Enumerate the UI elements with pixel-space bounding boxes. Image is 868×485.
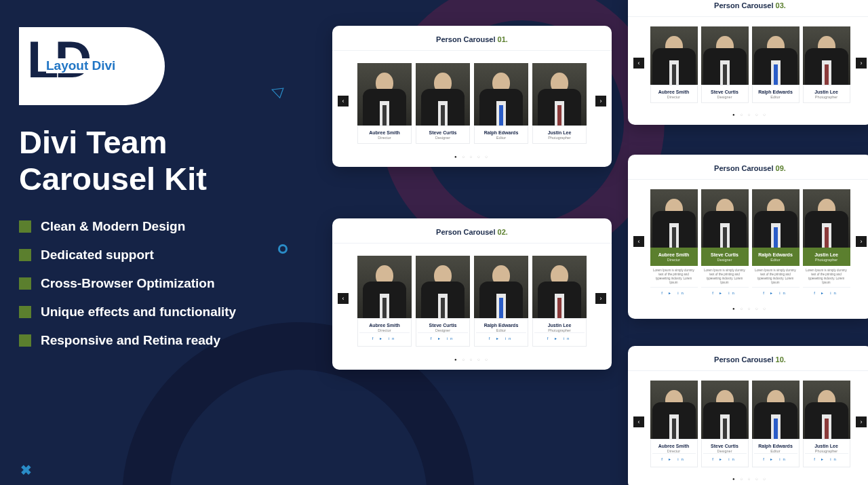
carousel-prev-button[interactable]: ‹ [338,96,349,106]
person-card[interactable]: Ralph EdwardsEditorLorem Ipsum is simply… [752,189,800,297]
person-desc: Lorem Ipsum is simply dummy text of the … [701,266,749,287]
person-card[interactable]: Steve CurtisDesignerf ▸ in [701,381,749,467]
person-name: Steve Curtis [703,444,747,448]
person-card[interactable]: Ralph EdwardsEditorf ▸ in [752,381,800,467]
person-name: Ralph Edwards [754,252,797,257]
person-name: Aubree Smith [652,90,696,94]
person-card[interactable]: Ralph EdwardsEditor [474,63,528,144]
person-card[interactable]: Justin LeePhotographer [532,63,587,144]
person-name: Steve Curtis [418,323,468,328]
person-card[interactable]: Aubree SmithDirectorLorem Ipsum is simpl… [650,189,698,297]
person-card[interactable]: Aubree SmithDirector [357,63,412,144]
social-icons[interactable]: f ▸ in [476,332,526,343]
social-icons[interactable]: f ▸ in [650,287,698,297]
person-role: Photographer [805,258,848,262]
person-card[interactable]: Justin LeePhotographer [803,26,850,103]
carousel-row: ‹ Aubree SmithDirector Steve CurtisDesig… [628,17,868,109]
carousel-prev-button[interactable]: ‹ [633,416,644,427]
carousel-next-button[interactable]: › [595,96,606,106]
carousel-row: ‹ Aubree SmithDirectorLorem Ipsum is sim… [628,180,868,303]
carousel-next-button[interactable]: › [856,58,867,69]
person-name: Steve Curtis [418,130,468,135]
person-name: Aubree Smith [359,130,410,135]
person-card[interactable]: Ralph EdwardsEditor [752,26,800,103]
logo: LD Layout Divi [19,27,165,105]
preview-carousel-01: Person Carousel 01. ‹ Aubree SmithDirect… [332,26,612,167]
person-name: Steve Curtis [703,252,747,257]
person-role: Photographer [534,136,585,140]
left-panel: LD Layout Divi Divi Team Carousel Kit Cl… [19,27,304,362]
social-icons[interactable]: f ▸ in [652,453,696,463]
person-desc: Lorem Ipsum is simply dummy text of the … [752,266,800,287]
social-icons[interactable]: f ▸ in [754,453,797,463]
carousel-dots[interactable]: ● ○ ○ ○ ○ [332,151,612,167]
person-role: Designer [703,258,747,262]
carousel-row: ‹ Aubree SmithDirectorf ▸ in Steve Curti… [628,371,868,473]
social-icons[interactable]: f ▸ in [359,332,410,343]
feature-item: Dedicated support [19,248,304,263]
preview-carousel-10: Person Carousel 10. ‹ Aubree SmithDirect… [628,346,868,485]
person-role: Editor [754,95,797,99]
x-decoration-icon: ✖ [20,462,32,478]
person-name: Ralph Edwards [754,444,797,448]
person-card[interactable]: Ralph EdwardsEditorf ▸ in [474,256,528,347]
person-role: Editor [476,136,526,140]
person-card[interactable]: Aubree SmithDirector [650,26,698,103]
preview-carousel-09: Person Carousel 09. ‹ Aubree SmithDirect… [628,155,868,319]
person-name: Justin Lee [805,90,848,94]
person-name: Aubree Smith [359,323,410,328]
person-card[interactable]: Steve CurtisDesignerf ▸ in [416,256,470,347]
person-desc: Lorem Ipsum is simply dummy text of the … [650,266,698,287]
preview-carousel-02: Person Carousel 02. ‹ Aubree SmithDirect… [332,218,612,370]
carousel-row: ‹ Aubree SmithDirectorf ▸ in Steve Curti… [332,244,612,353]
carousel-dots[interactable]: ● ○ ○ ○ ○ [628,473,868,485]
main-title: Divi Team Carousel Kit [19,124,304,197]
carousel-next-button[interactable]: › [595,293,606,304]
person-name: Ralph Edwards [476,323,526,328]
preview-title: Person Carousel 01. [332,26,612,51]
preview-carousel-03: Person Carousel 03. ‹ Aubree SmithDirect… [628,0,868,125]
person-role: Director [652,95,696,99]
person-role: Photographer [805,95,848,99]
social-icons[interactable]: f ▸ in [701,287,749,297]
person-card[interactable]: Aubree SmithDirectorf ▸ in [650,381,698,467]
social-icons[interactable]: f ▸ in [752,287,800,297]
social-icons[interactable]: f ▸ in [534,332,585,343]
person-name: Ralph Edwards [476,130,526,135]
carousel-next-button[interactable]: › [856,236,867,247]
preview-title: Person Carousel 09. [628,155,868,180]
carousel-prev-button[interactable]: ‹ [633,58,644,69]
carousel-row: ‹ Aubree SmithDirector Steve CurtisDesig… [332,51,612,151]
person-card[interactable]: Justin LeePhotographerLorem Ipsum is sim… [803,189,850,297]
person-card[interactable]: Steve CurtisDesigner [416,63,470,144]
feature-item: Responsive and Retina ready [19,333,304,348]
carousel-prev-button[interactable]: ‹ [633,236,644,247]
person-role: Editor [754,258,797,262]
person-name: Aubree Smith [652,252,696,257]
person-name: Justin Lee [805,444,848,448]
social-icons[interactable]: f ▸ in [418,332,468,343]
feature-item: Cross-Browser Optimization [19,276,304,291]
social-icons[interactable]: f ▸ in [805,453,848,463]
person-card[interactable]: Aubree SmithDirectorf ▸ in [357,256,412,347]
carousel-dots[interactable]: ● ○ ○ ○ ○ [628,303,868,319]
carousel-dots[interactable]: ● ○ ○ ○ ○ [332,353,612,370]
feature-item: Clean & Modern Design [19,219,304,234]
person-card[interactable]: Steve CurtisDesigner [701,26,749,103]
social-icons[interactable]: f ▸ in [803,287,850,297]
carousel-dots[interactable]: ● ○ ○ ○ ○ [628,109,868,125]
preview-title: Person Carousel 03. [628,0,868,17]
person-name: Justin Lee [805,252,848,257]
feature-list: Clean & Modern Design Dedicated support … [19,219,304,348]
person-card[interactable]: Justin LeePhotographerf ▸ in [803,381,850,467]
person-name: Ralph Edwards [754,90,797,94]
person-name: Steve Curtis [703,90,747,94]
carousel-prev-button[interactable]: ‹ [338,293,349,304]
title-line-1: Divi Team [19,124,167,160]
person-card[interactable]: Justin LeePhotographerf ▸ in [532,256,587,347]
feature-item: Unique effects and functionality [19,305,304,319]
person-desc: Lorem Ipsum is simply dummy text of the … [803,266,850,287]
carousel-next-button[interactable]: › [856,416,867,427]
social-icons[interactable]: f ▸ in [703,453,747,463]
person-card[interactable]: Steve CurtisDesignerLorem Ipsum is simpl… [701,189,749,297]
